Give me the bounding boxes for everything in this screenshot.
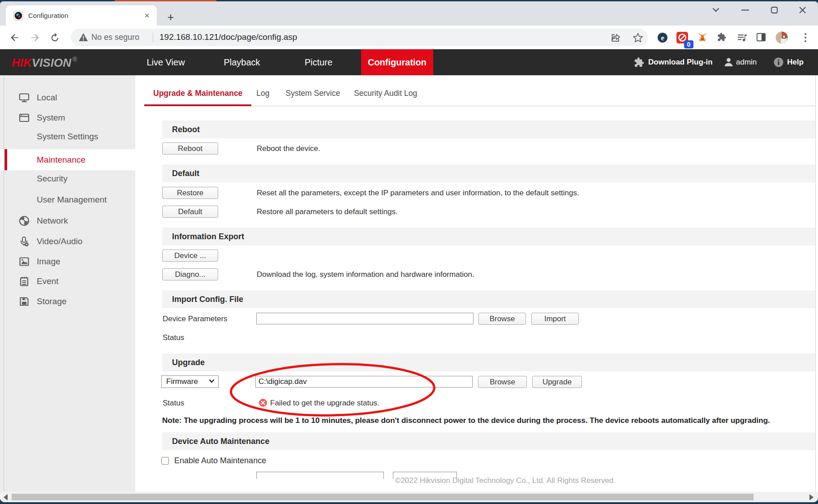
extension-adblock-icon[interactable]: 0 [676,31,695,49]
window-minimize-button[interactable] [735,1,755,18]
tab-upgrade-maintenance[interactable]: Upgrade & Maintenance [144,82,251,106]
restore-description: Reset all the parameters, except the IP … [257,187,579,199]
tab-security-audit-log[interactable]: Security Audit Log [345,82,426,106]
reload-button[interactable] [49,32,60,43]
device-parameters-input[interactable] [256,313,474,324]
sidebar-item-video-audio[interactable]: Video/Audio [0,231,135,252]
section-device-auto-maintenance: Device Auto Maintenance [162,432,815,450]
back-button[interactable] [9,32,21,43]
scrollbar-left-arrow[interactable] [4,494,8,500]
sidebar: Local System System Settings Maintenance… [0,75,135,492]
sidebar-item-maintenance[interactable]: Maintenance [0,149,135,170]
svg-text:e: e [661,34,664,42]
active-item-accent-bar [4,149,7,170]
user-icon [724,57,733,67]
sidebar-item-storage[interactable]: Storage [0,291,135,312]
side-panel-icon[interactable] [756,32,766,42]
sidebar-item-image[interactable]: Image [0,251,135,272]
horizontal-scrollbar[interactable] [0,492,818,502]
section-reboot: Reboot [162,121,815,138]
scrollbar-thumb[interactable] [12,494,753,500]
upgrade-button[interactable]: Upgrade [532,376,582,388]
storage-disk-icon [19,296,30,307]
share-icon[interactable] [610,32,621,43]
browse-config-button[interactable]: Browse [478,313,526,325]
default-button[interactable]: Default [162,206,218,218]
extension-e-icon[interactable]: e [657,32,668,43]
nav-live-view[interactable]: Live View [134,49,197,75]
security-status-label[interactable]: No es seguro [91,29,139,46]
svg-text:0: 0 [687,41,691,48]
network-globe-icon [19,215,30,226]
sidebar-item-event[interactable]: Event [0,271,135,292]
reboot-description: Reboot the device. [257,142,320,155]
browser-tab-strip: Configuration × + [0,1,818,26]
download-plugin-link[interactable]: Download Plug-in [648,49,713,75]
reboot-button[interactable]: Reboot [162,142,218,155]
content-right-border [815,75,816,492]
tab-search-chevron-icon[interactable] [706,1,726,18]
playlist-music-icon[interactable] [737,32,748,43]
browser-tab[interactable]: Configuration × [6,5,157,26]
nav-picture[interactable]: Picture [287,49,350,75]
monitor-icon [19,92,30,103]
logged-in-user[interactable]: admin [736,49,757,75]
device-parameters-export-button[interactable]: Device ... [162,250,218,262]
window-maximize-button[interactable] [764,1,784,18]
new-tab-button[interactable]: + [164,11,177,24]
main-content: Upgrade & MaintenanceLogSystem ServiceSe… [135,75,818,492]
enable-auto-maintenance-checkbox[interactable] [161,457,169,465]
hikvision-logo: HIKVISION® [12,49,77,75]
window-close-button[interactable] [792,1,813,18]
device-parameters-label: Device Parameters [163,313,228,325]
firmware-file-input[interactable] [255,376,473,388]
sidebar-item-security[interactable]: Security [0,168,135,189]
page-body: Local System System Settings Maintenance… [0,75,818,492]
extension-metamask-icon[interactable] [697,32,708,43]
error-status-icon [259,399,267,407]
sidebar-item-system-settings[interactable]: System Settings [0,126,135,147]
profile-avatar[interactable] [775,31,788,44]
omnibox-divider [153,33,153,42]
browser-toolbar: No es seguro 192.168.10.121/doc/page/con… [0,26,818,49]
section-default: Default [162,164,815,182]
section-import-config-file: Import Config. File [162,290,815,308]
tab-log[interactable]: Log [247,82,278,106]
nav-playback[interactable]: Playback [211,49,273,75]
sidebar-item-network[interactable]: Network [0,211,135,231]
bookmark-star-icon[interactable] [633,32,643,43]
restore-button[interactable]: Restore [162,187,218,199]
browser-window: Configuration × + [0,1,818,502]
diagnose-information-button[interactable]: Diagno... [162,268,218,280]
sidebar-item-user-management[interactable]: User Management [0,190,135,210]
section-information-export: Information Export [162,228,815,246]
section-upgrade: Upgrade [162,353,815,371]
copyright-footer: ©2022 Hikvision Digital Technology Co., … [135,474,818,487]
sidebar-item-system[interactable]: System [0,108,135,128]
url-text[interactable]: 192.168.10.121/doc/page/config.asp [159,29,297,46]
select-chevron-icon [209,379,215,383]
import-status-label: Status [163,332,184,344]
help-link[interactable]: Help [787,49,804,75]
not-secure-warning-icon [79,33,88,41]
browse-firmware-button[interactable]: Browse [478,376,527,388]
enable-auto-maintenance-label: Enable Auto Maintenance [174,455,266,467]
help-info-icon [774,57,784,67]
nav-configuration[interactable]: Configuration [361,49,433,75]
system-window-icon [19,112,30,123]
address-bar[interactable]: No es seguro 192.168.10.121/doc/page/con… [71,29,648,46]
tab-system-service[interactable]: System Service [277,82,349,106]
forward-button[interactable] [29,32,41,43]
import-button[interactable]: Import [531,313,579,325]
upgrade-type-select[interactable]: Firmware [161,375,219,388]
upgrade-status-label: Status [163,397,184,409]
upgrade-status-message: Failed to get the upgrade status. [270,397,379,409]
site-header: HIKVISION® Live View Playback Picture Co… [0,49,818,75]
scrollbar-right-arrow[interactable] [809,494,814,500]
tab-close-icon[interactable]: × [142,10,152,21]
sidebar-item-local[interactable]: Local [0,87,135,108]
content-tabs: Upgrade & MaintenanceLogSystem ServiceSe… [144,82,815,106]
extensions-puzzle-icon[interactable] [717,32,727,42]
image-icon [19,256,30,267]
browser-menu-icon[interactable] [801,32,810,43]
